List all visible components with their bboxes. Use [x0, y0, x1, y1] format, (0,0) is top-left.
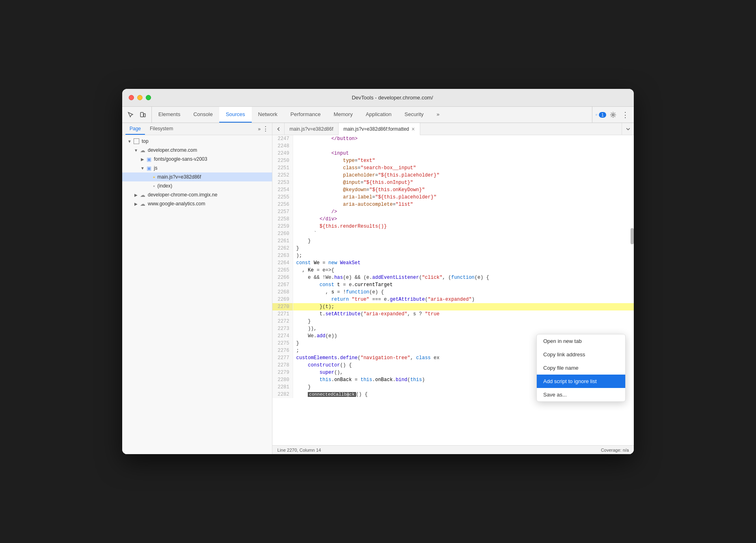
sidebar: Page Filesystem » ⋮ ▼	[122, 123, 272, 454]
minimize-button[interactable]	[137, 95, 143, 100]
code-line-2251: 2251 class="search-box__input"	[272, 164, 634, 172]
tab-performance[interactable]: Performance	[284, 107, 327, 123]
code-area[interactable]: 2247 </button> 2248 2249 <input	[272, 135, 634, 445]
svg-rect-1	[144, 114, 145, 117]
editor-tabs: main.js?v=e382d86f main.js?v=e382d86f:fo…	[272, 123, 634, 135]
titlebar: DevTools - developer.chrome.com/	[122, 89, 634, 107]
tab-security[interactable]: Security	[398, 107, 430, 123]
folder-icon-fonts: ▣	[147, 156, 151, 162]
tree-item-analytics[interactable]: ▶ ☁ www.google-analytics.com	[122, 199, 272, 208]
maximize-button[interactable]	[146, 95, 151, 100]
sidebar-tab-page[interactable]: Page	[125, 123, 145, 135]
file-icon-mainjs: ▪	[153, 174, 155, 180]
code-line-2253: 2253 @input="${this.onInput}"	[272, 179, 634, 186]
traffic-lights	[129, 95, 151, 100]
sidebar-tabs: Page Filesystem » ⋮	[122, 123, 272, 135]
context-menu-add-to-ignore[interactable]: Add script to ignore list	[537, 375, 625, 388]
tab-application[interactable]: Application	[359, 107, 398, 123]
tab-more[interactable]: »	[430, 107, 446, 123]
tree-item-imgix[interactable]: ▶ ☁ developer-chrome-com.imgix.ne	[122, 190, 272, 199]
context-menu-copy-file-name[interactable]: Copy file name	[537, 361, 625, 375]
code-line-2262: 2262 }	[272, 245, 634, 252]
code-line-2268: 2268 , s = !function(e) {	[272, 289, 634, 296]
chat-icon[interactable]: 1	[596, 110, 606, 120]
tab-sources[interactable]: Sources	[219, 107, 252, 123]
devtools-window: DevTools - developer.chrome.com/	[122, 89, 634, 454]
tree-item-mainjs[interactable]: ▪ main.js?v=e382d86f	[122, 172, 272, 181]
context-menu-save-as[interactable]: Save as...	[537, 388, 625, 401]
tab-list: Elements Console Sources Network Perform…	[152, 107, 592, 123]
folder-icon-js: ▣	[147, 165, 151, 171]
context-menu-copy-link[interactable]: Copy link address	[537, 348, 625, 361]
code-line-2266: 2266 e && !We.has(e) && (e.addEventListe…	[272, 274, 634, 281]
code-line-2250: 2250 type="text"	[272, 157, 634, 164]
code-line-2260: 2260 `	[272, 230, 634, 237]
tree-item-chrome-com[interactable]: ▼ ☁ developer.chrome.com	[122, 146, 272, 155]
code-line-2272: 2272 }	[272, 318, 634, 325]
code-line-2261: 2261 }	[272, 237, 634, 245]
chat-badge: 1	[599, 112, 606, 118]
toolbar-icons	[122, 107, 152, 123]
code-line-2249: 2249 <input	[272, 150, 634, 157]
toolbar-right: 1 ⋮	[592, 107, 634, 123]
tree-arrow-fonts: ▶	[140, 157, 145, 162]
close-button[interactable]	[129, 95, 134, 100]
cursor-position: Line 2270, Column 14	[277, 448, 321, 452]
tab-network[interactable]: Network	[252, 107, 284, 123]
tree-item-index[interactable]: ▪ (index)	[122, 181, 272, 190]
tree-item-top[interactable]: ▼ top	[122, 137, 272, 146]
window-title: DevTools - developer.chrome.com/	[158, 95, 627, 101]
editor-tab-mainjs-formatted[interactable]: main.js?v=e382d86f:formatted ×	[339, 123, 420, 135]
tree-item-fonts[interactable]: ▶ ▣ fonts/google-sans-v2003	[122, 155, 272, 164]
tree-arrow-top: ▼	[127, 139, 132, 144]
code-line-2252: 2252 placeholder="${this.placeholder}"	[272, 172, 634, 179]
code-line-2271: 2271 t.setAttribute("aria-expanded", s ?…	[272, 310, 634, 318]
tree-arrow-js: ▼	[140, 166, 145, 170]
tab-elements[interactable]: Elements	[152, 107, 187, 123]
status-bar: Line 2270, Column 14 Coverage: n/a	[272, 445, 634, 454]
scrollbar-indicator[interactable]	[631, 228, 634, 244]
context-menu: Open in new tab Copy link address Copy f…	[536, 334, 626, 402]
editor-tab-back-btn[interactable]	[272, 123, 285, 135]
cloud-icon-imgix: ☁	[140, 192, 145, 198]
main-panel: main.js?v=e382d86f main.js?v=e382d86f:fo…	[272, 123, 634, 454]
sidebar-tab-filesystem[interactable]: Filesystem	[146, 123, 177, 135]
cloud-icon-chrome: ☁	[140, 147, 145, 153]
tab-close-icon[interactable]: ×	[412, 126, 415, 132]
devtools-container: Elements Console Sources Network Perform…	[122, 107, 634, 454]
code-line-2257: 2257 />	[272, 208, 634, 215]
tree-item-js-folder[interactable]: ▼ ▣ js	[122, 164, 272, 172]
code-line-2258: 2258 </div>	[272, 215, 634, 223]
code-line-2254: 2254 @keydown="${this.onKeyDown}"	[272, 186, 634, 194]
coverage-status: Coverage: n/a	[601, 448, 629, 452]
sidebar-menu-icon[interactable]: ⋮	[262, 125, 269, 133]
code-line-2248: 2248	[272, 142, 634, 150]
devtools-toolbar: Elements Console Sources Network Perform…	[122, 107, 634, 123]
code-line-2259: 2259 ${this.renderResults()}	[272, 223, 634, 230]
sidebar-tab-more[interactable]: »	[258, 126, 261, 132]
tree-arrow-imgix: ▶	[134, 193, 138, 197]
editor-tab-right-btn[interactable]	[622, 123, 634, 135]
device-icon[interactable]	[138, 110, 148, 120]
tab-console[interactable]: Console	[187, 107, 219, 123]
cloud-icon-analytics: ☁	[140, 201, 145, 207]
inspect-icon[interactable]	[125, 110, 136, 120]
code-line-2256: 2256 aria-autocomplete="list"	[272, 201, 634, 208]
code-line-2247: 2247 </button>	[272, 135, 634, 142]
more-options-icon[interactable]: ⋮	[620, 110, 631, 120]
code-line-2269: 2269 return "true" === e.getAttribute("a…	[272, 296, 634, 303]
code-line-2255: 2255 aria-label="${this.placeholder}"	[272, 194, 634, 201]
devtools-body: Page Filesystem » ⋮ ▼	[122, 123, 634, 454]
code-line-2263: 2263 );	[272, 252, 634, 259]
file-tree: ▼ top ▼ ☁ developer.chrome.com ▶	[122, 135, 272, 454]
settings-icon[interactable]	[608, 110, 618, 120]
code-line-2270: 2270 }(t);	[272, 303, 634, 310]
tree-arrow-chrome: ▼	[134, 148, 138, 153]
svg-rect-0	[140, 112, 143, 117]
svg-point-3	[612, 114, 614, 116]
tab-memory[interactable]: Memory	[327, 107, 359, 123]
svg-rect-2	[596, 114, 597, 115]
context-menu-open-new-tab[interactable]: Open in new tab	[537, 334, 625, 348]
code-line-2273: 2273 )),	[272, 325, 634, 332]
editor-tab-mainjs[interactable]: main.js?v=e382d86f	[285, 123, 339, 135]
